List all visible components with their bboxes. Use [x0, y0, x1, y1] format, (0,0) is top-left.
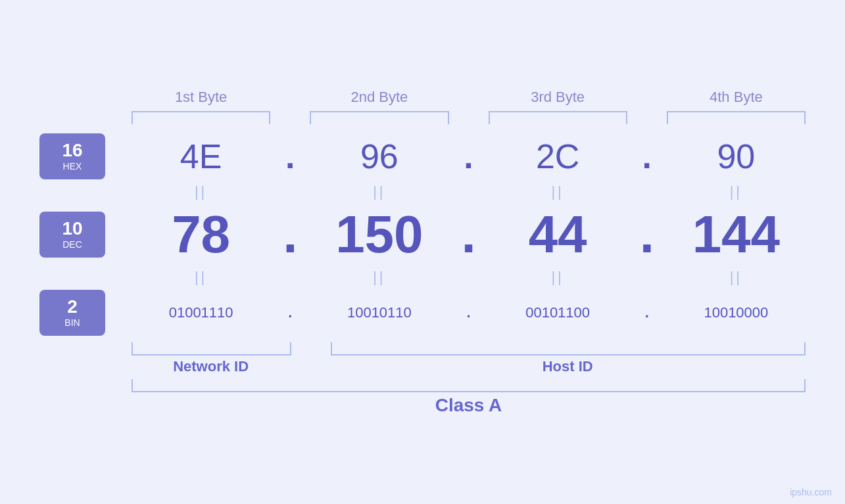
top-bracket-2 [310, 111, 448, 124]
equals-sym-3: || [489, 183, 627, 200]
host-id-bracket [331, 342, 806, 355]
id-labels-row: Network ID Host ID [39, 358, 806, 375]
bin-value-2: 10010110 [310, 304, 448, 321]
bottom-bracket-row [39, 342, 806, 355]
dec-dot-3: . [627, 204, 667, 265]
hex-badge: 16 HEX [39, 133, 105, 179]
bin-row: 2 BIN 01001110 . 10010110 . 00101100 . 1… [39, 290, 806, 336]
class-bracket-row [39, 379, 806, 392]
class-label-row: Class A [39, 395, 806, 416]
hex-value-4: 90 [667, 137, 806, 176]
byte-header-1: 1st Byte [132, 89, 270, 106]
main-container: 1st Byte 2nd Byte 3rd Byte 4th Byte 16 H… [0, 0, 845, 504]
hex-value-2: 96 [310, 137, 448, 176]
byte-header-2: 2nd Byte [310, 89, 448, 106]
top-bracket-1 [132, 111, 270, 124]
bin-dot-1: . [270, 304, 310, 321]
top-bracket-4 [667, 111, 806, 124]
bin-value-1: 01001110 [132, 304, 270, 321]
dec-value-3: 44 [489, 204, 627, 265]
dec-dot-2: . [449, 204, 489, 265]
watermark: ipshu.com [790, 487, 832, 497]
hex-dot-3: . [627, 137, 667, 176]
class-label: Class A [132, 395, 806, 416]
equals-row-2: || || || || [39, 269, 806, 286]
hex-dot-2: . [449, 137, 489, 176]
top-bracket-3 [489, 111, 627, 124]
network-id-label: Network ID [132, 358, 290, 375]
dec-row: 10 DEC 78 . 150 . 44 . 144 [39, 204, 806, 265]
equals-sym-2: || [310, 183, 448, 200]
top-bracket-row [39, 111, 806, 124]
host-id-label: Host ID [329, 358, 806, 375]
equals-sym-1: || [132, 183, 270, 200]
network-id-bracket [132, 342, 291, 355]
bin-dot-3: . [627, 304, 667, 321]
equals-sym-8: || [667, 269, 806, 286]
hex-row: 16 HEX 4E . 96 . 2C . 90 [39, 133, 806, 179]
byte-header-3: 3rd Byte [489, 89, 627, 106]
dec-value-1: 78 [132, 204, 270, 265]
bin-badge: 2 BIN [39, 290, 105, 336]
dec-value-4: 144 [667, 204, 806, 265]
dec-dot-1: . [270, 204, 310, 265]
hex-value-1: 4E [132, 137, 270, 176]
hex-value-3: 2C [489, 137, 627, 176]
byte-header-4: 4th Byte [667, 89, 806, 106]
dec-badge: 10 DEC [39, 212, 105, 258]
bin-dot-2: . [449, 304, 489, 321]
class-bracket [132, 379, 806, 392]
byte-headers: 1st Byte 2nd Byte 3rd Byte 4th Byte [39, 89, 806, 106]
equals-sym-7: || [489, 269, 627, 286]
equals-sym-4: || [667, 183, 806, 200]
bin-value-4: 10010000 [667, 304, 806, 321]
equals-row-1: || || || || [39, 183, 806, 200]
equals-sym-5: || [132, 269, 270, 286]
bin-value-3: 00101100 [489, 304, 627, 321]
equals-sym-6: || [310, 269, 448, 286]
dec-value-2: 150 [310, 204, 448, 265]
hex-dot-1: . [270, 137, 310, 176]
